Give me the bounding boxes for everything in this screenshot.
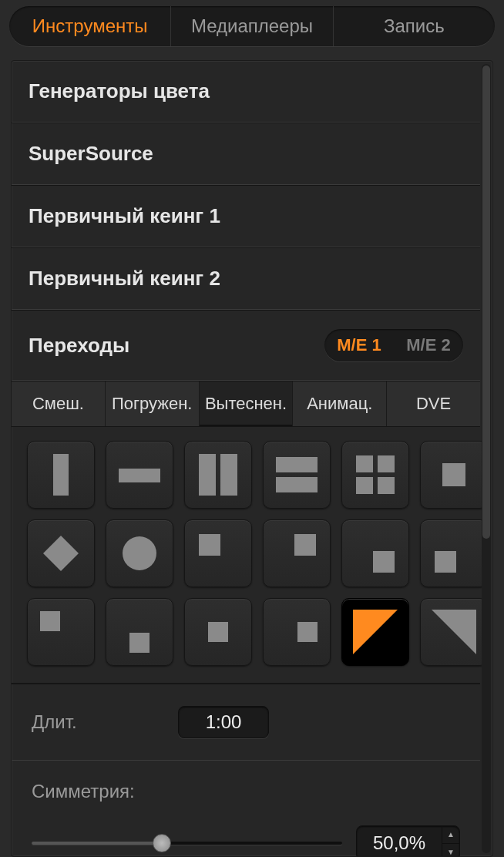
pattern-box-center[interactable] bbox=[420, 441, 488, 509]
section-supersource[interactable]: SuperSource bbox=[12, 123, 480, 185]
tab-mediaplayers[interactable]: Медиаплееры bbox=[171, 6, 333, 46]
pattern-four-box[interactable] bbox=[341, 441, 409, 509]
svg-rect-3 bbox=[220, 454, 237, 496]
pattern-diamond[interactable] bbox=[27, 519, 95, 587]
symmetry-slider-fill bbox=[32, 842, 162, 845]
svg-rect-10 bbox=[442, 463, 465, 486]
svg-marker-22 bbox=[432, 610, 476, 654]
section-label: Переходы bbox=[29, 334, 129, 358]
main-tab-pill: Инструменты Медиаплееры Запись bbox=[9, 6, 495, 46]
symmetry-row: Симметрия: 50,0% ▲ ▼ bbox=[12, 761, 480, 856]
section-label: Первичный кеинг 2 bbox=[29, 267, 220, 291]
pattern-box-bottom-left-a[interactable] bbox=[420, 519, 488, 587]
svg-rect-18 bbox=[129, 633, 150, 653]
duration-input[interactable]: 1:00 bbox=[178, 706, 269, 738]
pattern-bar-vertical[interactable] bbox=[27, 441, 95, 509]
main-tabbar: Инструменты Медиаплееры Запись bbox=[0, 0, 504, 46]
transition-type-tabs: Смеш. Погружен. Вытеснен. Анимац. DVE bbox=[12, 381, 480, 427]
symmetry-step-up[interactable]: ▲ bbox=[442, 826, 459, 844]
svg-rect-17 bbox=[40, 611, 60, 631]
svg-rect-15 bbox=[373, 551, 395, 573]
pattern-box-bottom-right-a[interactable] bbox=[341, 519, 409, 587]
panel-scroll: Генераторы цвета SuperSource Первичный к… bbox=[12, 61, 492, 856]
tab-record[interactable]: Запись bbox=[334, 6, 495, 46]
pattern-box-top-left-b[interactable] bbox=[27, 598, 95, 666]
svg-rect-5 bbox=[276, 477, 318, 492]
scrollbar-thumb[interactable] bbox=[482, 66, 490, 539]
pattern-barn-vertical[interactable] bbox=[184, 441, 252, 509]
duration-row: Длит. 1:00 bbox=[12, 684, 480, 761]
svg-rect-13 bbox=[199, 534, 220, 556]
section-label: SuperSource bbox=[29, 142, 153, 166]
symmetry-label: Симметрия: bbox=[32, 781, 460, 802]
panel-area: Генераторы цвета SuperSource Первичный к… bbox=[11, 60, 493, 857]
svg-rect-19 bbox=[208, 622, 228, 642]
scrollbar[interactable] bbox=[482, 64, 491, 853]
transition-tab-wipe[interactable]: Вытеснен. bbox=[200, 381, 294, 426]
me2-button[interactable]: M/E 2 bbox=[394, 329, 463, 361]
svg-rect-1 bbox=[119, 469, 160, 482]
transition-tab-sting[interactable]: Анимац. bbox=[293, 381, 387, 426]
transition-tab-dve[interactable]: DVE bbox=[387, 381, 480, 426]
section-color-generators[interactable]: Генераторы цвета bbox=[12, 61, 480, 123]
svg-rect-7 bbox=[378, 455, 395, 472]
me1-button[interactable]: M/E 1 bbox=[324, 329, 394, 361]
symmetry-step-down[interactable]: ▼ bbox=[442, 844, 459, 857]
section-label: Генераторы цвета bbox=[29, 79, 210, 103]
svg-rect-9 bbox=[378, 477, 395, 494]
symmetry-controls: 50,0% ▲ ▼ bbox=[32, 825, 460, 856]
svg-marker-21 bbox=[353, 610, 398, 654]
section-upstream-key-2[interactable]: Первичный кеинг 2 bbox=[12, 247, 480, 310]
pattern-barn-horizontal[interactable] bbox=[263, 441, 331, 509]
section-label: Первичный кеинг 1 bbox=[29, 204, 220, 228]
duration-label: Длит. bbox=[32, 711, 132, 733]
svg-rect-14 bbox=[294, 534, 316, 556]
pattern-box-bottom-center[interactable] bbox=[106, 598, 173, 666]
transition-tab-mix[interactable]: Смеш. bbox=[12, 381, 106, 426]
wipe-pattern-grid bbox=[12, 427, 480, 684]
pattern-box-center-small[interactable] bbox=[184, 598, 252, 666]
tab-instruments[interactable]: Инструменты bbox=[9, 6, 171, 46]
svg-rect-4 bbox=[276, 457, 318, 472]
symmetry-stepper: ▲ ▼ bbox=[442, 826, 459, 856]
transition-tab-dip[interactable]: Погружен. bbox=[106, 381, 200, 426]
section-upstream-key-1[interactable]: Первичный кеинг 1 bbox=[12, 185, 480, 247]
pattern-box-top-left-a[interactable] bbox=[184, 519, 252, 587]
pattern-diagonal-tl[interactable] bbox=[341, 598, 409, 666]
symmetry-slider-thumb[interactable] bbox=[153, 834, 171, 852]
svg-rect-16 bbox=[435, 551, 456, 573]
svg-marker-11 bbox=[43, 536, 79, 571]
svg-rect-2 bbox=[199, 454, 216, 496]
svg-rect-6 bbox=[356, 455, 373, 472]
symmetry-value[interactable]: 50,0% bbox=[357, 826, 442, 856]
section-transitions[interactable]: Переходы M/E 1 M/E 2 bbox=[12, 310, 480, 381]
pattern-box-right-center[interactable] bbox=[263, 598, 331, 666]
pattern-bar-horizontal[interactable] bbox=[106, 441, 173, 509]
svg-rect-0 bbox=[53, 454, 69, 496]
symmetry-spinbox: 50,0% ▲ ▼ bbox=[356, 825, 460, 856]
svg-point-12 bbox=[123, 536, 156, 570]
svg-rect-20 bbox=[297, 622, 318, 642]
symmetry-slider[interactable] bbox=[32, 842, 342, 845]
me-toggle: M/E 1 M/E 2 bbox=[324, 329, 463, 361]
svg-rect-8 bbox=[356, 477, 373, 494]
pattern-diagonal-tr[interactable] bbox=[420, 598, 488, 666]
pattern-circle[interactable] bbox=[106, 519, 173, 587]
pattern-box-top-right-a[interactable] bbox=[263, 519, 331, 587]
tools-panel: Инструменты Медиаплееры Запись Генератор… bbox=[0, 0, 504, 857]
